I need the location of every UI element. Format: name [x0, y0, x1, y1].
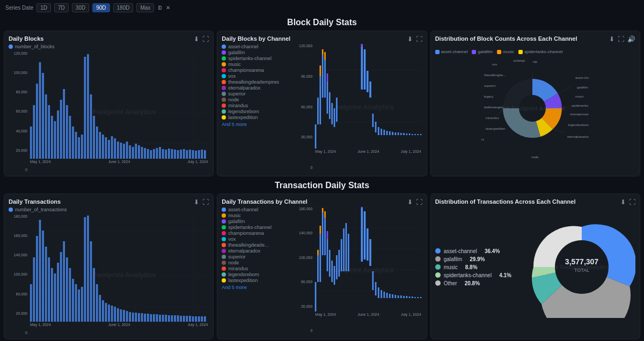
expand-icon-3[interactable]: ⛶ — [618, 35, 624, 43]
legend-more-transactions[interactable]: And 5 more — [222, 285, 291, 290]
svg-rect-45 — [162, 149, 164, 159]
svg-rect-78 — [361, 47, 363, 90]
svg-rect-76 — [334, 108, 335, 127]
svg-rect-84 — [375, 122, 377, 132]
svg-rect-193 — [320, 234, 321, 282]
btn-7d[interactable]: 7D — [54, 3, 69, 12]
svg-rect-180 — [192, 316, 194, 322]
svg-rect-90 — [392, 132, 394, 135]
svg-rect-88 — [386, 131, 388, 135]
btn-90d[interactable]: 90D — [92, 3, 109, 12]
download-icon-2[interactable]: ⬇ — [407, 35, 413, 43]
dot-spidertanks — [222, 56, 226, 61]
svg-rect-15 — [72, 127, 74, 159]
svg-rect-133 — [51, 268, 53, 322]
transaction-section: Transaction Daily Stats Daily Transactio… — [0, 179, 644, 341]
svg-rect-142 — [78, 290, 80, 322]
distribution-blocks-controls: ⬇ ⛶ 🔊 — [609, 35, 635, 43]
svg-rect-148 — [96, 284, 98, 322]
legend-item-superior: superior — [222, 91, 291, 97]
dot-t-eternal — [222, 249, 226, 253]
legend-item-t-champions: championsarena — [222, 231, 291, 236]
dot-t-spidertanks — [222, 225, 226, 229]
btn-1d[interactable]: 1D — [36, 3, 51, 12]
svg-rect-167 — [153, 314, 155, 322]
expand-icon-6[interactable]: ⛶ — [629, 198, 635, 206]
legend-item-node: node — [222, 97, 291, 102]
svg-rect-173 — [171, 315, 173, 322]
svg-rect-50 — [177, 150, 179, 159]
daily-blocks-title: Daily Blocks — [9, 35, 209, 42]
svg-rect-74 — [329, 92, 331, 119]
daily-transactions-channel-legend: asset-channel music galafilm spidertanks… — [222, 207, 291, 330]
svg-rect-100 — [420, 134, 422, 135]
expand-icon-4[interactable]: ⛶ — [202, 198, 209, 206]
dashboard: Block Daily Stats Daily Blocks ⬇ ⛶ numbe… — [0, 16, 644, 341]
svg-rect-23 — [96, 127, 98, 159]
svg-rect-198 — [325, 211, 326, 218]
svg-rect-181 — [195, 316, 197, 322]
transactions-channel-y-axis: 180,000 140,000 100,000 60,000 20,000 0 — [291, 207, 314, 332]
dot-t-mirandus — [222, 266, 226, 271]
svg-rect-68 — [322, 55, 324, 98]
svg-rect-25 — [102, 135, 104, 159]
download-icon-6[interactable]: ⬇ — [620, 198, 626, 206]
download-icon-4[interactable]: ⬇ — [194, 198, 199, 206]
legend-item-blocks: number_of_blocks — [9, 44, 209, 49]
dot-eternal — [222, 86, 226, 90]
daily-blocks-x-axis: May 1, 2024 June 1, 2024 July 1, 2024 — [29, 160, 209, 164]
legend-item-eternal: eternalparadox — [222, 85, 291, 91]
svg-rect-56 — [195, 151, 197, 159]
svg-rect-190 — [315, 282, 317, 312]
donut-legend-asset: asset-channel 36.4% — [435, 248, 511, 254]
svg-rect-156 — [120, 309, 122, 322]
legend-item-walking: thewalkingdeadempires — [222, 79, 291, 85]
daily-blocks-channel-controls: ⬇ ⛶ — [407, 35, 422, 43]
btn-180d[interactable]: 180D — [113, 3, 134, 12]
download-icon-5[interactable]: ⬇ — [407, 198, 413, 206]
svg-rect-151 — [105, 303, 107, 322]
download-icon-3[interactable]: ⬇ — [609, 35, 614, 43]
svg-rect-194 — [320, 226, 321, 234]
svg-rect-85 — [378, 127, 379, 135]
legend-item-asset-channel: asset-channel — [222, 44, 291, 49]
svg-rect-130 — [42, 231, 44, 322]
legend-item-t-asset: asset-channel — [222, 207, 291, 212]
btn-30d[interactable]: 30D — [72, 3, 89, 12]
dot-t-asset — [222, 207, 226, 212]
svg-rect-197 — [325, 218, 326, 255]
svg-rect-169 — [159, 315, 161, 322]
svg-rect-51 — [180, 150, 182, 159]
svg-rect-37 — [138, 145, 140, 159]
expand-icon-2[interactable]: ⛶ — [416, 35, 422, 43]
expand-icon-5[interactable]: ⛶ — [416, 198, 422, 206]
svg-rect-143 — [81, 287, 83, 322]
svg-rect-177 — [183, 316, 185, 322]
svg-rect-208 — [346, 223, 347, 271]
svg-rect-41 — [150, 150, 152, 159]
daily-blocks-card: Daily Blocks ⬇ ⛶ number_of_blocks 120,00… — [4, 31, 214, 176]
daily-transactions-card: Daily Transactions ⬇ ⛶ number_of_transac… — [4, 194, 214, 339]
svg-rect-86 — [381, 129, 383, 135]
legend-more-blocks[interactable]: And 5 more — [222, 122, 291, 127]
download-icon[interactable]: ⬇ — [194, 35, 199, 43]
daily-transactions-x-axis: May 1, 2024 June 1, 2024 July 1, 2024 — [29, 323, 209, 327]
svg-rect-30 — [117, 142, 119, 159]
dot-t-walking — [222, 243, 226, 247]
sound-icon[interactable]: 🔊 — [627, 35, 635, 43]
svg-rect-126 — [30, 284, 32, 322]
legend-item-t-spidertanks: spidertanks-channel — [222, 225, 291, 230]
calendar-icon[interactable]: 🗓 — [157, 5, 163, 11]
svg-rect-136 — [60, 252, 62, 322]
svg-rect-93 — [400, 133, 402, 135]
btn-max[interactable]: Max — [136, 3, 154, 12]
dot-galafilm — [222, 50, 226, 55]
svg-rect-33 — [126, 142, 128, 159]
svg-rect-12 — [63, 89, 65, 159]
svg-rect-132 — [48, 257, 50, 322]
close-icon[interactable]: ✕ — [166, 5, 170, 11]
legend-item-t-galafilm: galafilm — [222, 219, 291, 224]
expand-icon[interactable]: ⛶ — [202, 35, 209, 43]
svg-rect-64 — [315, 124, 317, 149]
svg-rect-182 — [198, 316, 200, 322]
